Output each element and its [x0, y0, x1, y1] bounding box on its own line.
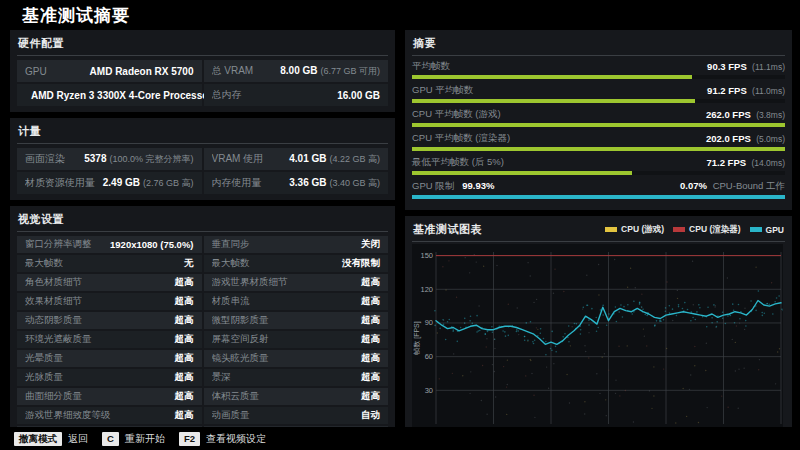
visual-setting-value: 超高	[175, 295, 194, 308]
cpu-bound-label: CPU-Bound 工作	[710, 180, 785, 191]
metric-cell: 材质资源使用量2.49 GB(2.76 GB 高)	[17, 172, 202, 194]
metric-cell: VRAM 使用4.01 GB(4.22 GB 高)	[204, 148, 389, 170]
visual-setting-value: 超高	[175, 276, 194, 289]
visual-setting-value: 超高	[361, 352, 380, 365]
visual-setting-label: 最大帧数	[212, 257, 250, 270]
hardware-value-extra: (6.77 GB 可用)	[320, 66, 380, 76]
legend-label: GPU	[766, 225, 784, 235]
gpu-bound-bar-track	[412, 195, 785, 199]
stat-bar-track	[412, 147, 785, 151]
visual-setting-cell: 曲面细分质量超高	[17, 388, 202, 405]
visual-setting-value: 无	[184, 257, 194, 270]
stat-label: CPU 平均帧数 (渲染器)	[412, 132, 510, 145]
stat-value: 202.0 FPS (5.0ms)	[706, 133, 785, 144]
hardware-cell: CPUAMD Ryzen 3 3300X 4-Core Processor	[17, 84, 202, 106]
visual-setting-row: 角色材质细节超高游戏世界材质细节超高	[17, 274, 388, 291]
visual-setting-label: 景深	[212, 371, 231, 384]
visual-setting-cell: 镜头眩光质量超高	[204, 350, 389, 367]
stat-frametime: (11.0ms)	[750, 86, 785, 96]
visual-setting-cell: 微型阴影质量超高	[204, 312, 389, 329]
visual-settings-rows: 窗口分辨率调整1920x1080 (75.0%)垂直同步关闭最大帧数无最大帧数没…	[17, 236, 388, 443]
stat-frametime: (14.0ms)	[749, 158, 785, 168]
visual-setting-cell: 光晕质量超高	[17, 350, 202, 367]
key-action-label: 查看视频设定	[206, 432, 266, 446]
visual-setting-cell: 最大帧数没有限制	[204, 255, 389, 272]
gpu-bound-value: 99.93%	[462, 180, 494, 191]
visual-settings-header: 视觉设置	[17, 210, 388, 232]
visual-setting-label: 曲面细分质量	[25, 390, 82, 403]
gpu-bound-row: GPU 限制99.93%0.07% CPU-Bound 工作	[412, 180, 785, 199]
visual-setting-value: 超高	[175, 314, 194, 327]
legend-swatch-icon	[605, 227, 617, 232]
summary-header: 摘要	[412, 34, 785, 56]
hardware-value: AMD Ryzen 3 3300X 4-Core Processor	[31, 90, 212, 101]
legend-label: CPU (渲染器)	[689, 224, 740, 236]
visual-setting-value: 超高	[175, 333, 194, 346]
legend-item: CPU (游戏)	[605, 224, 664, 236]
key-hint[interactable]: C重新开始	[102, 432, 165, 446]
svg-text:120: 120	[420, 285, 433, 294]
legend-item: CPU (渲染器)	[673, 224, 740, 236]
visual-setting-value: 超高	[361, 314, 380, 327]
chart-header: 基准测试图表 CPU (游戏)CPU (渲染器)GPU	[412, 220, 785, 242]
visual-setting-label: 微型阴影质量	[212, 314, 269, 327]
visual-setting-cell: 屏幕空间反射超高	[204, 331, 389, 348]
summary-stat-row: GPU 平均帧数91.2 FPS (11.0ms)	[412, 84, 785, 103]
visual-setting-label: 垂直同步	[212, 238, 250, 251]
visual-setting-label: 最大帧数	[25, 257, 63, 270]
page-title: 基准测试摘要	[22, 4, 130, 27]
visual-setting-cell: 最大帧数无	[17, 255, 202, 272]
visual-setting-cell: 游戏世界细致度等级超高	[17, 407, 202, 424]
hardware-rows: GPUAMD Radeon RX 5700总 VRAM8.00 GB(6.77 …	[17, 60, 388, 106]
hardware-cell: 总 VRAM8.00 GB(6.77 GB 可用)	[204, 60, 389, 82]
summary-stat-row: CPU 平均帧数 (游戏)262.0 FPS (3.8ms)	[412, 108, 785, 127]
visual-setting-cell: 效果材质细节超高	[17, 293, 202, 310]
visual-setting-label: 体积云质量	[212, 390, 260, 403]
metric-label: 材质资源使用量	[25, 176, 95, 190]
visual-setting-cell: 体积云质量超高	[204, 388, 389, 405]
hardware-value: 8.00 GB(6.77 GB 可用)	[280, 65, 380, 78]
key-badge[interactable]: F2	[179, 432, 200, 446]
stat-bar-track	[412, 123, 785, 127]
right-column: 摘要 平均帧数90.3 FPS (11.1ms)GPU 平均帧数91.2 FPS…	[405, 30, 792, 450]
visual-setting-cell: 动画质量自动	[204, 407, 389, 424]
metric-value: 3.36 GB(3.40 GB 高)	[289, 177, 380, 190]
fps-line-chart: 3060901201500102030405060帧数 [FPS]时间 (秒)	[412, 244, 783, 450]
chart-title: 基准测试图表	[413, 222, 482, 237]
summary-stat-row: 最低平均帧数 (后 5%)71.2 FPS (14.0ms)	[412, 156, 785, 175]
svg-text:帧数 [FPS]: 帧数 [FPS]	[413, 321, 421, 355]
visual-setting-label: 动态阴影质量	[25, 314, 82, 327]
visual-setting-label: 光晕质量	[25, 352, 63, 365]
summary-stat-row: CPU 平均帧数 (渲染器)202.0 FPS (5.0ms)	[412, 132, 785, 151]
metric-label: 画面渲染	[25, 152, 65, 166]
key-hint[interactable]: 撤离模式返回	[14, 432, 88, 446]
visual-setting-value: 自动	[361, 409, 380, 422]
stat-bar-track	[412, 75, 785, 79]
key-badge[interactable]: 撤离模式	[14, 432, 62, 446]
metric-value-extra: (4.22 GB 高)	[329, 154, 380, 164]
visual-setting-value: 关闭	[361, 238, 380, 251]
visual-setting-value: 超高	[175, 390, 194, 403]
visual-setting-value: 超高	[361, 295, 380, 308]
hardware-label: 总内存	[212, 88, 242, 102]
visual-setting-cell: 游戏世界材质细节超高	[204, 274, 389, 291]
visual-setting-row: 动态阴影质量超高微型阴影质量超高	[17, 312, 388, 329]
visual-setting-cell: 景深超高	[204, 369, 389, 386]
legend-swatch-icon	[750, 227, 762, 232]
left-column: 硬件配置 GPUAMD Radeon RX 5700总 VRAM8.00 GB(…	[10, 30, 395, 450]
key-action-label: 重新开始	[125, 432, 165, 446]
visual-setting-row: 环境光遮蔽质量超高屏幕空间反射超高	[17, 331, 388, 348]
stat-frametime: (3.8ms)	[754, 110, 785, 120]
hardware-value: AMD Radeon RX 5700	[90, 66, 194, 77]
visual-setting-label: 镜头眩光质量	[212, 352, 269, 365]
stat-bar-track	[412, 99, 785, 103]
visual-setting-row: 曲面细分质量超高体积云质量超高	[17, 388, 388, 405]
key-hint[interactable]: F2查看视频设定	[179, 432, 266, 446]
visual-setting-cell: 垂直同步关闭	[204, 236, 389, 253]
key-badge[interactable]: C	[102, 432, 119, 446]
visual-setting-cell: 环境光遮蔽质量超高	[17, 331, 202, 348]
benchmark-chart-panel: 基准测试图表 CPU (游戏)CPU (渲染器)GPU 306090120150…	[405, 216, 792, 450]
metric-label: 内存使用量	[212, 176, 262, 190]
visual-setting-row: 效果材质细节超高材质串流超高	[17, 293, 388, 310]
hardware-config-header: 硬件配置	[17, 34, 388, 56]
